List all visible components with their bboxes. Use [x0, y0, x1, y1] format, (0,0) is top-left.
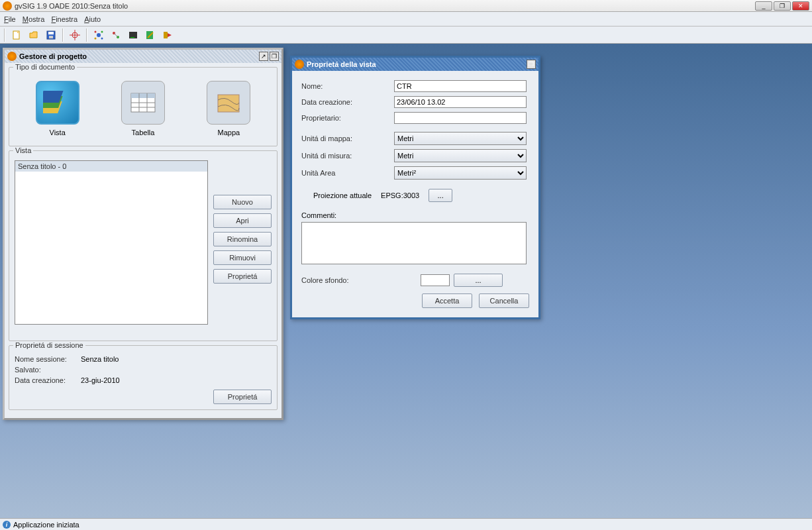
edit-script-icon[interactable]: [143, 28, 158, 42]
svg-text:_: _: [130, 30, 135, 38]
pm-titlebar[interactable]: Gestore di progetto ↗ ❐: [5, 50, 281, 63]
doctype-mappa[interactable]: Mappa: [207, 81, 250, 136]
menu-mostra[interactable]: Mostra: [23, 15, 45, 23]
window-titlebar: gvSIG 1.9 OADE 2010:Senza titolo _ ❐ ✕: [0, 0, 812, 12]
nome-sessione-label: Nome sessione:: [15, 355, 81, 363]
rinomina-button[interactable]: Rinomina: [213, 232, 272, 246]
commenti-textarea[interactable]: [301, 222, 527, 264]
rimuovi-button[interactable]: Rimuovi: [213, 250, 272, 265]
svg-point-9: [101, 30, 103, 32]
doctype-tabella[interactable]: Tabella: [121, 81, 165, 136]
nuovo-button[interactable]: Nuovo: [213, 195, 272, 209]
unita-area-label: Unità Area: [301, 169, 394, 177]
mdi-desktop: Gestore di progetto ↗ ❐ Tipo di document…: [0, 44, 812, 518]
statusbar: i Applicazione iniziata: [0, 518, 812, 530]
menubar: File Mostra Finestra Aiuto: [0, 12, 812, 26]
unita-area-select[interactable]: Metri²: [394, 166, 527, 180]
session-group-label: Proprietá di sessione: [13, 341, 85, 349]
salvato-label: Salvato:: [15, 366, 81, 374]
new-project-icon[interactable]: [9, 28, 24, 42]
close-button[interactable]: ✕: [792, 1, 809, 11]
minimize-button[interactable]: _: [755, 1, 772, 11]
link-icon[interactable]: [109, 28, 123, 42]
cancella-button[interactable]: Cancella: [479, 293, 529, 308]
console-icon[interactable]: _: [126, 28, 140, 42]
commenti-label: Commenti:: [301, 211, 529, 219]
session-proprieta-button[interactable]: Proprietá: [213, 390, 272, 404]
open-project-icon[interactable]: [26, 28, 41, 42]
snap-icon[interactable]: [91, 28, 106, 42]
vp-title-text: Proprietá della vista: [307, 60, 525, 68]
toolbar-separator: [86, 28, 87, 42]
colore-sfondo-label: Colore sfondo:: [301, 276, 421, 284]
proiezione-value: EPSG:3003: [381, 191, 419, 199]
save-project-icon[interactable]: [44, 28, 58, 42]
doctype-vista[interactable]: Vista: [36, 81, 79, 136]
doc-type-groupbox: Tipo di documento Vista Tabella: [9, 67, 278, 146]
vista-icon: [36, 81, 79, 125]
proprietario-input[interactable]: [394, 112, 527, 124]
data-creazione-value: 23-giu-2010: [81, 376, 120, 384]
proiezione-picker-button[interactable]: ...: [429, 189, 452, 202]
window-title: gvSIG 1.9 OADE 2010:Senza titolo: [15, 2, 754, 10]
nome-input[interactable]: [394, 80, 527, 92]
data-creazione-label: Data creazione:: [301, 98, 394, 106]
vista-group-label: Vista: [13, 146, 33, 154]
proprietario-label: Proprietario:: [301, 114, 394, 122]
vp-maximize-icon[interactable]: ❐: [527, 60, 536, 69]
accetta-button[interactable]: Accetta: [422, 293, 472, 308]
vista-groupbox: Vista Senza titolo - 0 Nuovo Apri Rinomi…: [9, 150, 278, 341]
svg-rect-3: [49, 36, 53, 38]
pm-maximize-icon[interactable]: ❐: [270, 52, 279, 61]
maximize-button[interactable]: ❐: [774, 1, 791, 11]
view-properties-dialog: Proprietá della vista ❐ Nome: Data creaz…: [290, 56, 540, 319]
menu-file[interactable]: File: [4, 15, 16, 23]
toolbar-separator: [62, 28, 64, 42]
colore-sfondo-picker-button[interactable]: ...: [454, 274, 503, 287]
svg-point-7: [97, 33, 101, 37]
app-icon: [3, 1, 12, 11]
doctype-vista-label: Vista: [50, 129, 66, 136]
vp-titlebar[interactable]: Proprietá della vista ❐: [292, 58, 538, 71]
nome-sessione-value: Senza titolo: [81, 355, 119, 363]
doc-type-label: Tipo di documento: [13, 63, 77, 71]
tabella-icon: [121, 81, 165, 125]
crosshair-icon[interactable]: [68, 28, 82, 42]
toolbar: _: [0, 26, 812, 44]
unita-mappa-select[interactable]: Metri: [394, 132, 527, 145]
status-text: Applicazione iniziata: [13, 521, 79, 529]
data-creazione-label: Data creazione:: [15, 376, 81, 384]
svg-rect-19: [164, 32, 168, 38]
unita-misura-label: Unitá di misura:: [301, 152, 394, 160]
gvsig-icon: [295, 60, 304, 69]
proiezione-label: Proiezione attuale: [313, 191, 372, 199]
svg-rect-2: [48, 32, 54, 34]
data-creazione-input[interactable]: [394, 96, 527, 108]
proprieta-button[interactable]: Proprietá: [213, 269, 272, 284]
unita-misura-select[interactable]: Metri: [394, 149, 527, 162]
doctype-tabella-label: Tabella: [132, 129, 155, 136]
svg-point-11: [101, 37, 103, 39]
apri-button[interactable]: Apri: [213, 213, 272, 228]
vista-list-item[interactable]: Senza titolo - 0: [15, 161, 207, 172]
svg-point-8: [95, 30, 97, 32]
pm-externalize-icon[interactable]: ↗: [259, 52, 268, 61]
svg-point-10: [95, 37, 97, 39]
gvsig-icon: [7, 52, 17, 61]
svg-rect-29: [218, 95, 239, 112]
nome-label: Nome:: [301, 82, 394, 90]
colore-sfondo-swatch: [421, 274, 450, 286]
exit-icon[interactable]: [160, 28, 175, 42]
pm-title-text: Gestore di progetto: [19, 52, 258, 60]
project-manager-window: Gestore di progetto ↗ ❐ Tipo di document…: [3, 48, 283, 420]
session-groupbox: Proprietá di sessione Nome sessione: Sen…: [9, 345, 278, 410]
toolbar-separator: [4, 28, 5, 42]
menu-aiuto[interactable]: Aiuto: [84, 15, 101, 23]
svg-line-14: [114, 33, 118, 37]
vista-listbox[interactable]: Senza titolo - 0: [15, 160, 208, 325]
doctype-mappa-label: Mappa: [217, 129, 240, 136]
info-icon: i: [3, 521, 11, 529]
unita-mappa-label: Unitá di mappa:: [301, 134, 394, 142]
menu-finestra[interactable]: Finestra: [51, 15, 77, 23]
mappa-icon: [207, 81, 250, 125]
